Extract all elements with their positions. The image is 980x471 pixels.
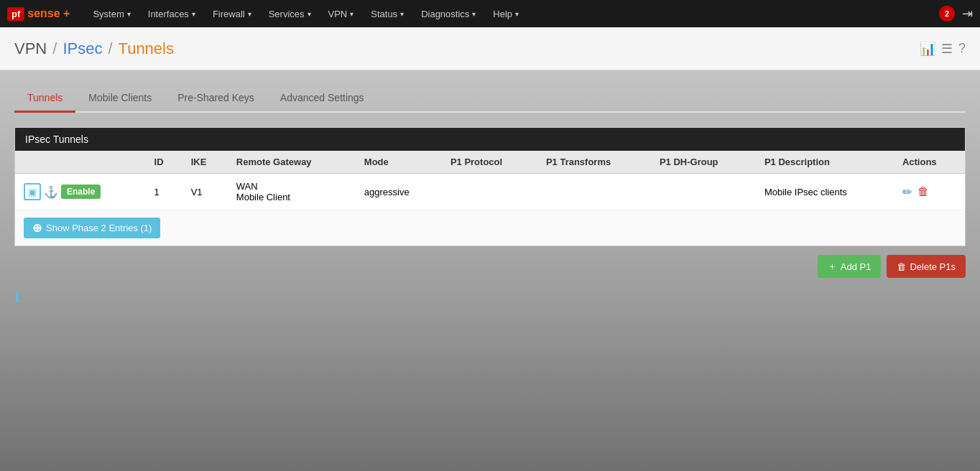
breadcrumb-vpn[interactable]: VPN <box>14 39 47 58</box>
notification-badge[interactable]: 2 <box>939 6 955 22</box>
chevron-down-icon: ▾ <box>127 10 131 18</box>
chevron-down-icon: ▾ <box>192 10 195 18</box>
table-row: ▣ ⚓ Enable 1 V1 WAN Mobile Client aggres… <box>15 174 965 210</box>
chevron-down-icon: ▾ <box>472 10 476 18</box>
breadcrumb-icons: 📊 ☰ ? <box>920 41 966 57</box>
chevron-down-icon: ▾ <box>308 10 311 18</box>
chevron-down-icon: ▾ <box>350 10 353 18</box>
row-id: 1 <box>146 174 182 210</box>
enable-badge[interactable]: Enable <box>61 185 101 199</box>
nav-item-help[interactable]: Help ▾ <box>484 0 527 27</box>
col-remote-gateway: Remote Gateway <box>228 151 356 174</box>
brand[interactable]: pf sense + <box>7 7 70 21</box>
table-header-row: ID IKE Remote Gateway Mode P1 Protocol P… <box>15 151 965 174</box>
col-ike: IKE <box>182 151 228 174</box>
col-actions: Actions <box>894 151 965 174</box>
delete-icon[interactable]: 🗑 <box>917 185 929 198</box>
nav-right: 2 ⇥ <box>939 6 973 22</box>
trash-icon: 🗑 <box>897 261 906 272</box>
col-id: ID <box>146 151 182 174</box>
nav-item-diagnostics[interactable]: Diagnostics ▾ <box>412 0 484 27</box>
top-navbar: pf sense + System ▾ Interfaces ▾ Firewal… <box>0 0 980 27</box>
col-p1-protocol: P1 Protocol <box>442 151 537 174</box>
tab-mobile-clients[interactable]: Mobile Clients <box>75 85 165 113</box>
row-p1-description: Mobile IPsec clients <box>756 174 894 210</box>
col-status <box>15 151 146 174</box>
col-p1-transforms: P1 Transforms <box>537 151 651 174</box>
status-icons: ▣ ⚓ Enable <box>24 183 137 200</box>
ipsec-tunnels-section: IPsec Tunnels ID IKE Remote Gateway Mode… <box>14 127 966 246</box>
row-p1-transforms <box>537 174 651 210</box>
tab-pre-shared-keys[interactable]: Pre-Shared Keys <box>165 85 267 113</box>
breadcrumb-tunnels: Tunnels <box>119 39 174 58</box>
breadcrumb-sep2: / <box>108 39 112 58</box>
col-p1-dh-group: P1 DH-Group <box>651 151 756 174</box>
breadcrumb-bar: VPN / IPsec / Tunnels 📊 ☰ ? <box>0 27 980 70</box>
row-status-cell: ▣ ⚓ Enable <box>15 174 146 210</box>
table-section-header: IPsec Tunnels <box>15 128 965 151</box>
edit-icon[interactable]: ✏ <box>902 185 912 199</box>
phase-entries-cell: ⊕ Show Phase 2 Entries (1) <box>15 210 965 246</box>
tab-advanced-settings[interactable]: Advanced Settings <box>267 85 377 113</box>
plus-icon: ＋ <box>828 260 837 273</box>
action-icons: ✏ 🗑 <box>902 185 956 199</box>
phase-entries-row: ⊕ Show Phase 2 Entries (1) <box>15 210 965 246</box>
nav-item-interfaces[interactable]: Interfaces ▾ <box>139 0 204 27</box>
delete-p1s-button[interactable]: 🗑 Delete P1s <box>887 255 966 278</box>
nav-item-firewall[interactable]: Firewall ▾ <box>204 0 260 27</box>
tabs: Tunnels Mobile Clients Pre-Shared Keys A… <box>14 85 966 113</box>
chevron-down-icon: ▾ <box>248 10 251 18</box>
brand-logo: pf <box>7 7 24 21</box>
breadcrumb-sep1: / <box>52 39 57 58</box>
row-mode: aggressive <box>356 174 442 210</box>
row-ike: V1 <box>182 174 228 210</box>
row-remote-gateway: WAN Mobile Client <box>228 174 356 210</box>
row-actions: ✏ 🗑 <box>894 174 965 210</box>
brand-plus: sense + <box>27 7 70 20</box>
row-p1-dh-group <box>651 174 756 210</box>
show-phase-button[interactable]: ⊕ Show Phase 2 Entries (1) <box>24 218 160 238</box>
col-mode: Mode <box>356 151 442 174</box>
col-p1-description: P1 Description <box>756 151 894 174</box>
nav-items: System ▾ Interfaces ▾ Firewall ▾ Service… <box>84 0 939 27</box>
breadcrumb: VPN / IPsec / Tunnels <box>14 39 174 58</box>
nav-item-status[interactable]: Status ▾ <box>362 0 412 27</box>
chevron-down-icon: ▾ <box>400 10 404 18</box>
list-icon[interactable]: ☰ <box>941 41 953 57</box>
tab-tunnels[interactable]: Tunnels <box>14 85 75 113</box>
plus-circle-icon: ⊕ <box>32 221 42 235</box>
logout-icon[interactable]: ⇥ <box>962 6 973 22</box>
info-icon[interactable]: ℹ <box>14 289 966 306</box>
content: Tunnels Mobile Clients Pre-Shared Keys A… <box>0 70 980 320</box>
bottom-actions: ＋ Add P1 🗑 Delete P1s <box>14 255 966 278</box>
help-icon[interactable]: ? <box>958 41 966 56</box>
nav-item-system[interactable]: System ▾ <box>84 0 139 27</box>
add-p1-button[interactable]: ＋ Add P1 <box>818 255 882 278</box>
nav-item-services[interactable]: Services ▾ <box>260 0 320 27</box>
tunnels-table: ID IKE Remote Gateway Mode P1 Protocol P… <box>15 151 965 246</box>
anchor-icon: ⚓ <box>44 185 58 199</box>
tunnel-status-icon[interactable]: ▣ <box>24 183 41 200</box>
breadcrumb-ipsec[interactable]: IPsec <box>63 39 102 58</box>
nav-item-vpn[interactable]: VPN ▾ <box>320 0 363 27</box>
row-p1-protocol <box>442 174 537 210</box>
chart-icon[interactable]: 📊 <box>920 41 935 57</box>
chevron-down-icon: ▾ <box>515 10 519 18</box>
